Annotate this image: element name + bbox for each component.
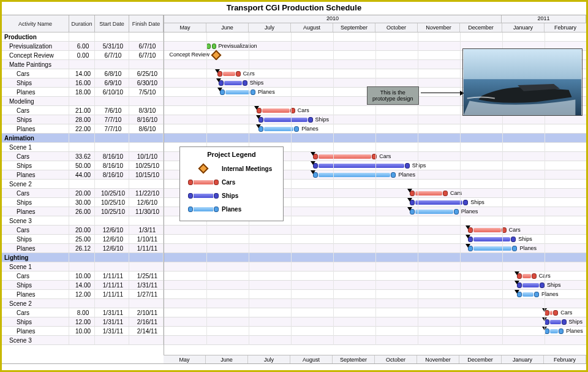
gantt-bar[interactable]: Previsualization	[206, 44, 216, 49]
timeline-row[interactable]: Planes	[164, 327, 586, 336]
group-row[interactable]: Matte Paintings	[2, 60, 164, 69]
task-row[interactable]: Cars33.628/16/1010/1/10	[2, 152, 164, 161]
task-row[interactable]: Planes12.001/11/111/27/11	[2, 290, 164, 299]
cell-finish: 12/6/10	[129, 198, 164, 207]
gantt-bar[interactable]: Ships	[410, 200, 469, 205]
group-row[interactable]: Scene 3	[2, 336, 164, 345]
task-row[interactable]: Planes18.006/10/107/5/10	[2, 88, 164, 97]
cell-name: Matte Paintings	[2, 60, 69, 69]
timeline-row[interactable]: Cars	[164, 308, 586, 317]
prototype-image[interactable]	[462, 48, 582, 116]
gantt-bar[interactable]: Ships	[545, 319, 567, 325]
timeline-row[interactable]	[164, 299, 586, 308]
cell-finish: 6/30/10	[129, 78, 164, 87]
timeline-row[interactable]: Cars	[164, 226, 586, 235]
gantt-bar[interactable]: Planes	[313, 172, 396, 178]
group-row[interactable]: Modeling	[2, 97, 164, 106]
milestone-diamond-icon[interactable]	[211, 50, 221, 61]
gantt-bar[interactable]: Ships	[517, 283, 545, 288]
group-row[interactable]: Scene 1	[2, 262, 164, 271]
bar-label: Cars	[379, 153, 391, 159]
task-row[interactable]: Planes10.001/31/112/14/11	[2, 327, 164, 336]
col-duration[interactable]: Duration	[69, 15, 95, 32]
gantt-bar[interactable]: Cars	[257, 108, 295, 113]
cell-duration: 26.12	[69, 244, 95, 252]
timeline-row[interactable]	[164, 134, 586, 143]
dependency-arrow-icon	[254, 106, 259, 110]
task-row[interactable]: Planes26.1212/6/101/11/11	[2, 244, 164, 253]
gantt-bar[interactable]: Planes	[220, 89, 255, 95]
task-row[interactable]: Cars14.006/8/106/25/10	[2, 69, 164, 78]
timeline-row[interactable]	[164, 253, 586, 262]
task-row[interactable]: Ships12.001/31/112/16/11	[2, 317, 164, 327]
gantt-bar[interactable]: Cars	[468, 227, 506, 233]
timeline-row[interactable]: Planes	[164, 124, 586, 134]
group-row[interactable]: Scene 1	[2, 143, 164, 152]
cell-finish: 8/6/10	[129, 124, 164, 133]
task-row[interactable]: Ships25.0012/6/101/10/11	[2, 235, 164, 244]
col-startdate[interactable]: Start Date	[95, 15, 129, 32]
gantt-bar[interactable]: Planes	[468, 246, 517, 251]
task-row[interactable]: Cars21.007/6/108/3/10	[2, 106, 164, 115]
task-row[interactable]: Planes22.007/7/108/6/10	[2, 124, 164, 134]
gantt-bar[interactable]: Cars	[517, 273, 536, 279]
dependency-arrow-icon	[311, 170, 315, 174]
gantt-bar[interactable]: Ships	[313, 163, 410, 169]
gantt-bar[interactable]: Cars	[410, 191, 448, 196]
section-row[interactable]: Animation	[2, 134, 164, 143]
dependency-arrow-icon	[215, 69, 220, 73]
bar-label: Planes	[258, 89, 275, 95]
bar-icon	[188, 207, 219, 212]
timeline-row[interactable]: Planes	[164, 244, 586, 253]
timeline-row[interactable]: Ships	[164, 115, 586, 124]
callout-arrow-icon	[421, 93, 464, 93]
gantt-bar[interactable]: Ships	[219, 80, 247, 86]
gantt-bar[interactable]: Cars	[217, 71, 241, 77]
timeline-row[interactable]	[164, 336, 586, 345]
cell-finish	[129, 143, 164, 151]
bar-label: Cars	[298, 107, 309, 113]
gantt-bar[interactable]: Planes	[258, 126, 300, 132]
timeline-row[interactable]: Ships	[164, 235, 586, 244]
timeline-row[interactable]: Ships	[164, 317, 586, 327]
cell-start: 7/7/10	[95, 115, 129, 124]
gantt-bar[interactable]: Ships	[468, 237, 516, 242]
task-row[interactable]: Planes44.008/16/1010/15/10	[2, 170, 164, 180]
task-row[interactable]: Cars20.0010/25/1011/22/10	[2, 189, 164, 198]
task-row[interactable]: Ships30.0010/25/1012/6/10	[2, 198, 164, 207]
task-row[interactable]: Cars8.001/31/112/10/11	[2, 308, 164, 317]
group-row[interactable]: Production	[2, 32, 164, 42]
task-row[interactable]: Ships50.008/16/1010/25/10	[2, 161, 164, 170]
group-row[interactable]: Scene 2	[2, 180, 164, 189]
col-activity[interactable]: Activity Name	[2, 15, 69, 32]
col-finishdate[interactable]: Finish Date	[129, 15, 164, 32]
task-row[interactable]: Ships28.007/7/108/16/10	[2, 115, 164, 124]
timeline-row[interactable]: Cars	[164, 271, 586, 281]
cell-start: 1/31/11	[95, 308, 129, 317]
timeline-row[interactable]	[164, 262, 586, 271]
task-row[interactable]: Planes26.0010/25/1011/30/10	[2, 207, 164, 216]
group-row[interactable]: Scene 3	[2, 216, 164, 226]
task-row[interactable]: Cars10.001/11/111/25/11	[2, 271, 164, 281]
task-row[interactable]: Concept Review0.006/7/106/7/10	[2, 51, 164, 60]
gantt-bar[interactable]: Planes	[517, 292, 539, 297]
cell-finish	[129, 134, 164, 142]
legend[interactable]: Project Legend Internal MeetingsCarsShip…	[179, 146, 284, 221]
task-row[interactable]: Ships14.001/11/111/31/11	[2, 281, 164, 290]
timeline-row[interactable]: Planes	[164, 290, 586, 299]
legend-label: Internal Meetings	[222, 165, 278, 172]
cell-start: 1/11/11	[95, 281, 129, 289]
gantt-bar[interactable]: Planes	[545, 328, 564, 334]
task-row[interactable]: Previsualization6.005/31/106/7/10	[2, 42, 164, 51]
gantt-bar[interactable]: Planes	[410, 209, 459, 214]
group-row[interactable]: Scene 2	[2, 299, 164, 308]
timeline-row[interactable]: Ships	[164, 281, 586, 290]
timeline-row[interactable]	[164, 32, 586, 42]
task-row[interactable]: Ships16.006/9/106/30/10	[2, 78, 164, 88]
legend-item: Cars	[185, 175, 278, 189]
section-row[interactable]: Lighting	[2, 253, 164, 262]
gantt-bar[interactable]: Cars	[313, 154, 377, 159]
task-row[interactable]: Cars20.0012/6/101/3/11	[2, 226, 164, 235]
gantt-bar[interactable]: Ships	[258, 117, 313, 123]
callout-note[interactable]: This is theprototype design	[367, 86, 419, 105]
